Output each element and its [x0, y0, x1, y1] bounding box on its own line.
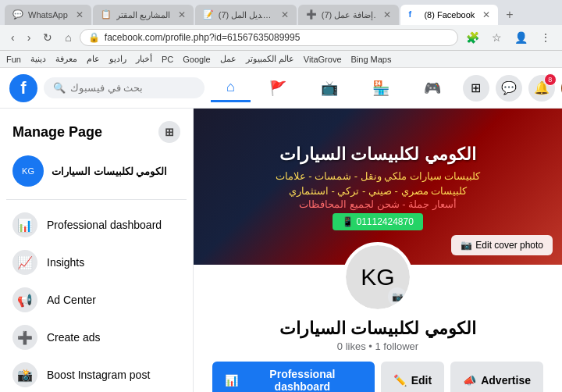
bookmark-radio-label: راديو: [109, 54, 126, 64]
cover-image: الكومي لكلبيسات السيارات كلبيسات سيارات …: [194, 109, 562, 265]
bookmark-computer-label: عالم الكمبيوتر: [246, 54, 294, 64]
cover-main-text: الكومي لكلبيسات السيارات: [279, 143, 475, 167]
menu-item-insights[interactable]: 📈 Insights: [6, 244, 187, 281]
edit-cover-button[interactable]: 📷 Edit cover photo: [451, 235, 553, 255]
page-thumbnail: KG: [12, 155, 44, 187]
tab-close-facebook[interactable]: ✕: [482, 9, 490, 20]
browser-window: 💬 WhatsApp ✕ 📋 المشاريع المقتر ✕ 📝 (7) ت…: [0, 0, 562, 68]
tab-favicon-whatsapp: 💬: [12, 9, 23, 20]
bookmark-bing[interactable]: Bing Maps: [351, 55, 392, 64]
search-container[interactable]: 🔍: [44, 77, 205, 98]
search-input[interactable]: [70, 82, 195, 94]
extensions-button[interactable]: 🧩: [461, 28, 484, 47]
tab-title-whatsapp: WhatsApp: [28, 10, 68, 20]
professional-icon: 📊: [12, 212, 37, 237]
page-item-name: الكومي لكلبيسات السيارات: [52, 166, 167, 177]
nav-gaming-button[interactable]: 🎮: [408, 75, 457, 102]
ad-center-icon: 📢: [12, 287, 37, 312]
bookmark-general[interactable]: عام: [87, 54, 100, 64]
bookmark-fun[interactable]: Fun: [6, 55, 21, 64]
menu-item-create-ads[interactable]: ➕ Create ads: [6, 319, 187, 356]
profile-avatar: KG 📷: [343, 242, 413, 312]
sidebar-grid-icon[interactable]: ⊞: [158, 121, 180, 143]
advertise-page-button[interactable]: 📣 Advertise: [450, 362, 543, 392]
sidebar-divider-1: [6, 199, 187, 200]
page-stats: 0 likes • 1 follower: [337, 340, 418, 352]
tab-facebook[interactable]: f (8) Facebook ✕: [400, 5, 498, 25]
avatar-camera-icon[interactable]: 📷: [388, 287, 407, 306]
cover-sub-text2: كلبيسات مصري - صيني - تركي - استثماري: [289, 185, 467, 197]
bookmark-computer[interactable]: عالم الكمبيوتر: [246, 54, 294, 64]
bookmarks-bar: Fun دينية معرفة عام راديو أخبار PC Googl…: [0, 51, 562, 68]
apps-button[interactable]: ⊞: [463, 75, 489, 102]
profile-button[interactable]: 👤: [510, 28, 532, 47]
messenger-button[interactable]: 💬: [496, 75, 522, 102]
cover-area: الكومي لكلبيسات السيارات كلبيسات سيارات …: [194, 109, 562, 392]
nav-home-button[interactable]: ⌂: [211, 74, 251, 102]
url-text: facebook.com/profile.php?id=615676350899…: [105, 32, 450, 43]
tab-close-edit[interactable]: ✕: [281, 9, 289, 20]
bookmark-religious[interactable]: دينية: [30, 54, 46, 64]
page-item-main[interactable]: KG الكومي لكلبيسات السيارات: [6, 149, 187, 193]
phone-number: 01112424870: [356, 216, 413, 227]
manage-page-title: Manage Page: [12, 124, 102, 141]
tab-title-add: (7) إضافة عمل.: [322, 10, 376, 20]
tab-edit[interactable]: 📝 (7) تعديل المل... ✕: [195, 5, 297, 25]
tab-close-add[interactable]: ✕: [383, 9, 391, 20]
tab-favicon-edit: 📝: [203, 9, 214, 20]
bookmark-google-label: Google: [183, 55, 210, 64]
bookmark-vita[interactable]: VitaGrove: [304, 55, 342, 64]
bookmark-radio[interactable]: راديو: [109, 54, 126, 64]
boost-instagram-icon: 📸: [12, 362, 37, 387]
edit-page-button[interactable]: ✏️ Edit: [381, 362, 444, 392]
menu-item-boost-instagram[interactable]: 📸 Boost Instagram post: [6, 356, 187, 392]
search-icon: 🔍: [53, 82, 66, 94]
cover-sub-text: كلبيسات سيارات ملكي ونقل - شمسات - علاما…: [276, 170, 481, 182]
bookmark-knowledge-label: معرفة: [55, 54, 77, 64]
tab-close-projects[interactable]: ✕: [178, 9, 186, 20]
menu-item-professional[interactable]: 📊 Professional dashboard: [6, 206, 187, 244]
forward-button[interactable]: ›: [23, 28, 36, 47]
bookmark-fun-label: Fun: [6, 55, 21, 64]
new-tab-button[interactable]: +: [500, 5, 519, 25]
menu-item-professional-label: Professional dashboard: [47, 219, 162, 231]
facebook-logo: f: [9, 74, 37, 102]
nav-marketplace-button[interactable]: 🏪: [357, 75, 405, 102]
bookmark-news-label: أخبار: [136, 54, 152, 64]
edit-icon: ✏️: [393, 374, 407, 387]
fb-navigation: ⌂ 🚩 📺 🏪 🎮: [211, 74, 457, 102]
bookmark-religious-label: دينية: [30, 54, 46, 64]
bookmark-work[interactable]: عمل: [220, 54, 237, 64]
main-layout: Manage Page ⊞ KG الكومي لكلبيسات السيارا…: [0, 109, 562, 392]
facebook-header: f 🔍 ⌂ 🚩 📺 🏪 🎮 ⊞ 💬 🔔 8: [0, 68, 562, 109]
tab-add[interactable]: ➕ (7) إضافة عمل. ✕: [298, 5, 400, 25]
page-content: الكومي لكلبيسات السيارات كلبيسات سيارات …: [194, 109, 562, 392]
menu-item-boost-instagram-label: Boost Instagram post: [47, 369, 150, 381]
nav-flag-button[interactable]: 🚩: [254, 75, 302, 102]
home-button[interactable]: ⌂: [60, 28, 76, 47]
camera-icon: 📷: [461, 240, 472, 251]
bookmark-pc[interactable]: PC: [162, 55, 173, 64]
address-bar[interactable]: 🔒 facebook.com/profile.php?id=6156763508…: [80, 29, 458, 46]
tab-projects[interactable]: 📋 المشاريع المقتر ✕: [93, 5, 194, 25]
bookmark-news[interactable]: أخبار: [136, 54, 152, 64]
tab-whatsapp[interactable]: 💬 WhatsApp ✕: [5, 5, 91, 25]
tab-title-facebook: (8) Facebook: [424, 10, 475, 20]
insights-icon: 📈: [12, 250, 37, 275]
bookmark-vita-label: VitaGrove: [304, 55, 342, 64]
bookmark-google[interactable]: Google: [183, 55, 210, 64]
bookmark-button[interactable]: ☆: [487, 28, 507, 47]
bookmark-bing-label: Bing Maps: [351, 55, 392, 64]
menu-button[interactable]: ⋮: [535, 28, 556, 47]
notifications-button[interactable]: 🔔 8: [528, 75, 555, 102]
menu-item-insights-label: Insights: [47, 256, 84, 269]
cover-phone: 📱 01112424870: [333, 213, 423, 230]
bookmark-knowledge[interactable]: معرفة: [55, 54, 77, 64]
menu-item-ad-center[interactable]: 📢 Ad Center: [6, 281, 187, 319]
back-button[interactable]: ‹: [6, 28, 20, 47]
reload-button[interactable]: ↻: [38, 28, 57, 47]
tab-close-whatsapp[interactable]: ✕: [76, 9, 84, 20]
nav-video-button[interactable]: 📺: [305, 75, 354, 102]
advertise-page-label: Advertise: [481, 374, 531, 387]
professional-dashboard-button[interactable]: 📊 Professional dashboard: [212, 362, 375, 392]
